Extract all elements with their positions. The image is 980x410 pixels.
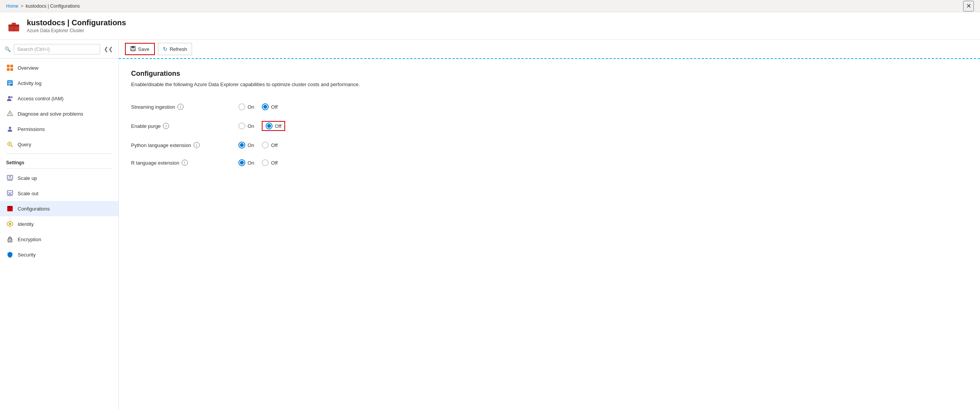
refresh-label: Refresh [170,46,187,52]
python-language-on-radio[interactable] [238,142,245,149]
configurations-label: Configurations [18,206,112,212]
svg-point-15 [10,115,10,116]
streaming-ingestion-label: Streaming ingestion i [131,104,238,110]
search-input[interactable] [14,44,100,54]
enable-purge-off-highlight: Off [262,121,285,131]
breadcrumb-home[interactable]: Home [6,3,18,9]
python-language-off[interactable]: Off [262,142,277,149]
svg-point-16 [9,127,11,129]
enable-purge-options: On Off [238,121,285,131]
streaming-ingestion-off[interactable]: Off [262,103,277,110]
overview-icon [6,64,14,72]
streaming-ingestion-on-radio[interactable] [238,103,245,110]
r-language-off[interactable]: Off [262,159,277,166]
python-language-on[interactable]: On [238,142,254,149]
activity-log-icon [6,79,14,87]
svg-rect-10 [8,83,12,84]
enable-purge-info-icon[interactable]: i [163,123,169,129]
python-language-info-icon[interactable]: i [194,142,200,148]
sidebar-item-scale-up[interactable]: Scale up [0,170,118,186]
sidebar-item-encryption[interactable]: Encryption [0,232,118,247]
activity-log-label: Activity log [18,80,112,86]
page-header: kustodocs | Configurations Azure Data Ex… [0,12,980,40]
save-button[interactable]: Save [125,43,155,55]
refresh-button[interactable]: ↻ Refresh [158,43,192,55]
sidebar-item-configurations[interactable]: Configurations [0,201,118,216]
svg-rect-11 [8,85,10,85]
r-language-row: R language extension i On Off [131,154,968,172]
header-subtitle: Azure Data Explorer Cluster [27,28,126,33]
sidebar-item-identity[interactable]: Identity [0,216,118,232]
enable-purge-row: Enable purge i On Off [131,116,968,136]
streaming-ingestion-options: On Off [238,103,277,110]
svg-rect-5 [10,65,13,67]
streaming-ingestion-off-radio[interactable] [262,103,269,110]
sidebar-item-overview[interactable]: Overview [0,60,118,75]
page-content: Configurations Enable/disable the follow… [119,59,980,410]
overview-label: Overview [18,65,112,71]
svg-rect-4 [7,65,10,67]
python-language-row: Python language extension i On Off [131,136,968,154]
close-button[interactable]: ✕ [963,1,974,11]
save-icon [130,46,136,52]
enable-purge-on-radio[interactable] [238,123,245,129]
r-language-on[interactable]: On [238,159,254,166]
python-language-options: On Off [238,142,277,149]
svg-rect-7 [10,68,13,71]
save-label: Save [138,46,149,52]
python-language-off-radio[interactable] [262,142,269,149]
permissions-icon [6,125,14,133]
header-text: kustodocs | Configurations Azure Data Ex… [27,18,126,33]
breadcrumb-current: kustodocs | Configurations [26,3,80,9]
scale-up-label: Scale up [18,175,112,181]
scale-out-label: Scale out [18,191,112,196]
permissions-label: Permissions [18,126,112,132]
settings-divider [6,168,112,169]
sidebar-search-area: 🔍 ❮❮ [0,40,118,59]
encryption-icon [6,235,14,243]
sidebar-nav: Overview Activity log Access control (IA… [0,59,118,410]
sidebar-item-activity-log[interactable]: Activity log [0,75,118,91]
enable-purge-on[interactable]: On [238,123,254,129]
main-layout: 🔍 ❮❮ Overview Activity log [0,40,980,410]
settings-section-label: Settings [0,155,118,167]
sidebar-item-query[interactable]: Query [0,137,118,152]
security-label: Security [18,252,112,258]
page-title: Configurations [131,70,968,78]
sidebar-item-security[interactable]: Security [0,247,118,262]
breadcrumb: Home > kustodocs | Configurations [6,3,80,9]
r-language-label: R language extension i [131,160,238,166]
r-language-info-icon[interactable]: i [182,160,188,166]
identity-label: Identity [18,221,112,227]
refresh-icon: ↻ [163,46,167,52]
python-language-label: Python language extension i [131,142,238,148]
streaming-ingestion-on[interactable]: On [238,103,254,110]
header-icon [6,18,21,34]
r-language-off-radio[interactable] [262,159,269,166]
svg-rect-32 [131,49,135,51]
window: Home > kustodocs | Configurations ✕ kust… [0,0,980,410]
collapse-sidebar-button[interactable]: ❮❮ [103,44,114,54]
iam-icon [6,95,14,102]
enable-purge-off-radio[interactable] [266,123,272,129]
svg-point-18 [9,143,10,145]
svg-rect-6 [7,68,10,71]
enable-purge-off[interactable]: Off [266,123,281,129]
sidebar-item-iam[interactable]: Access control (IAM) [0,91,118,106]
query-label: Query [18,142,112,147]
streaming-ingestion-info-icon[interactable]: i [177,104,184,110]
r-language-on-radio[interactable] [238,159,245,166]
sidebar-item-permissions[interactable]: Permissions [0,121,118,137]
sidebar-item-scale-out[interactable]: Scale out [0,186,118,201]
svg-rect-9 [8,82,12,82]
identity-icon [6,220,14,228]
r-language-options: On Off [238,159,277,166]
sidebar-item-diagnose[interactable]: Diagnose and solve problems [0,106,118,121]
svg-rect-31 [131,46,135,48]
search-icon: 🔍 [5,46,11,52]
query-icon [6,140,14,148]
nav-divider [6,154,112,154]
sidebar: 🔍 ❮❮ Overview Activity log [0,40,119,410]
diagnose-icon [6,110,14,118]
encryption-label: Encryption [18,237,112,242]
